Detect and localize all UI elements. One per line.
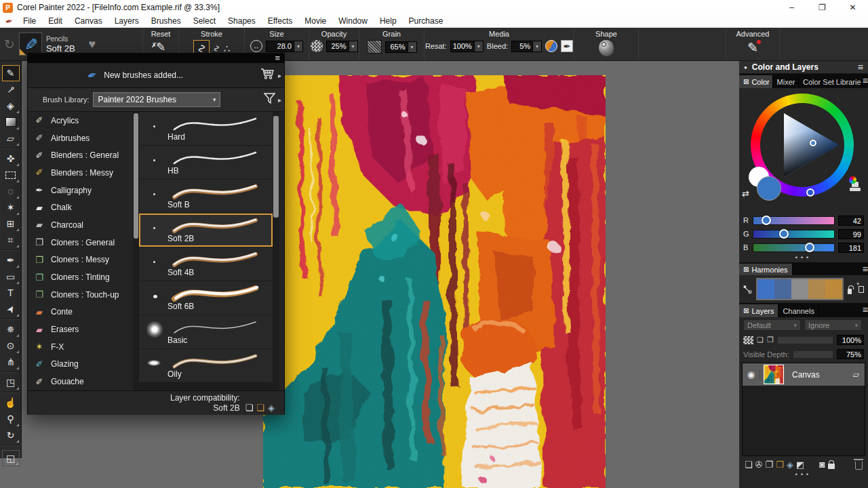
category-item-calligraphy[interactable]: ✒Calligraphy [28, 182, 133, 199]
color-blend-icon[interactable] [545, 40, 557, 52]
tab-layers-menu-icon[interactable]: ≡ [863, 304, 868, 317]
restore-default-variant-icon[interactable]: ↻ [4, 37, 15, 52]
dynamic-plugins-icon[interactable]: ✇ [755, 460, 763, 470]
layer-adjuster-tool[interactable]: ✜ [2, 150, 20, 167]
harmony-lock-icon[interactable] [848, 289, 852, 294]
category-item-charcoal[interactable]: ▰Charcoal [28, 216, 133, 234]
variant-item-soft-2b[interactable]: Soft 2B [139, 214, 273, 247]
straight-line-stroke-button[interactable]: ∿ [213, 43, 220, 54]
tab-color-menu-icon[interactable]: ≡ [863, 75, 868, 88]
preserve-transparency-icon[interactable]: ❏ [757, 336, 764, 344]
new-liquid-ink-layer-icon[interactable]: ◈ [787, 460, 793, 470]
collapse-icon[interactable]: ⊠ [743, 266, 749, 273]
layer-visibility-eye-icon[interactable]: ◉ [743, 369, 760, 380]
menu-item-window[interactable]: Window [332, 15, 374, 28]
rect-selection-tool[interactable] [2, 167, 20, 183]
bleed-input[interactable]: 5% [511, 41, 533, 52]
menu-item-brushes[interactable]: Brushes [145, 15, 187, 28]
harmonies-tab[interactable]: ⊠ Harmonies [739, 264, 793, 275]
brush-library-dropdown[interactable]: Painter 2022 Brushes ▾ [93, 92, 220, 107]
new-brushes-banner[interactable]: ✒ New brushes added... ▸ [28, 63, 284, 88]
mirror-painting-tool[interactable]: ⋔ [2, 354, 20, 370]
category-item-cloners-touch-up[interactable]: ❐Cloners : Touch-up [28, 286, 133, 304]
selection-adjuster-tool[interactable]: ⊞ [2, 216, 20, 232]
category-item-erasers[interactable]: ▰Erasers [28, 321, 133, 338]
category-item-glazing[interactable]: ✐Glazing [28, 356, 133, 373]
shape-selection-tool[interactable]: ➤ [2, 301, 20, 317]
new-layer-mask-button[interactable]: ◙ [819, 459, 825, 470]
collapse-icon[interactable]: ⊠ [743, 78, 749, 85]
pen-tool[interactable]: ✒ [2, 252, 20, 268]
composite-depth-dropdown[interactable]: Ignore ▾ [804, 319, 862, 331]
category-item-airbrushes[interactable]: ✐Airbrushes [28, 129, 133, 147]
panel-title-bar[interactable]: ● Color and Layers ≡ [739, 61, 868, 74]
variant-scrollbar[interactable] [273, 112, 279, 390]
category-scrollbar[interactable] [133, 112, 139, 390]
menu-item-canvas[interactable]: Canvas [68, 15, 108, 28]
brush-loading-icon[interactable]: ✒ [561, 40, 573, 52]
size-slider-button[interactable]: ▾ [294, 41, 303, 52]
bleed-slider-button[interactable]: ▾ [533, 41, 542, 52]
text-tool[interactable]: T [2, 285, 20, 301]
hue-marker[interactable] [806, 188, 814, 197]
variant-item-basic[interactable]: Basic [139, 315, 273, 348]
composite-method-dropdown[interactable]: Default ▾ [743, 319, 801, 331]
variant-item-hard[interactable]: Hard [139, 112, 273, 145]
grabber-hand-tool[interactable]: ☝ [2, 394, 20, 411]
layer-commands-icon[interactable]: ❏ [745, 460, 753, 470]
category-item-cloners-tinting[interactable]: ❐Cloners : Tinting [28, 268, 133, 286]
layer-row-canvas[interactable]: ◉ Canvas ▱ [743, 363, 865, 386]
new-layer-mask-icon[interactable]: ◩ [796, 460, 804, 470]
rgb-slider-g[interactable] [753, 230, 835, 239]
layer-opacity-slider[interactable] [777, 336, 833, 344]
menu-item-layers[interactable]: Layers [108, 15, 145, 28]
resat-input[interactable]: 100% [450, 41, 475, 52]
banner-expand-arrow-icon[interactable]: ▸ [278, 72, 281, 79]
sv-marker[interactable] [810, 140, 816, 146]
layers-panel-options-dots[interactable]: ••• [739, 471, 868, 479]
color-panel-options-dots[interactable]: ••• [739, 254, 868, 262]
visible-depth-slider[interactable] [793, 350, 833, 359]
tab-color-color-set-librarie[interactable]: Color Set Librarie [799, 75, 863, 88]
dodge-tool[interactable]: ⊙ [2, 338, 20, 354]
new-layer-icon[interactable]: ❐ [766, 460, 774, 470]
dab-shape-icon[interactable] [599, 40, 614, 56]
magnifier-tool[interactable]: ⚲ [2, 411, 20, 427]
filter-funnel-icon[interactable] [264, 93, 275, 106]
harmony-swatch-5[interactable] [825, 279, 842, 299]
reset-brush-button[interactable]: ✎✗ [156, 40, 165, 54]
size-input[interactable]: 28.0 [266, 41, 294, 52]
eraser-tool[interactable]: ▱ [2, 130, 20, 146]
grain-slider-button[interactable]: ▾ [408, 41, 417, 53]
harmony-link-icon[interactable] [743, 283, 752, 296]
add-harmony-icon[interactable] [859, 286, 864, 293]
menu-item-movie[interactable]: Movie [298, 15, 332, 28]
favorite-heart-icon[interactable]: ♥ [89, 37, 96, 52]
category-item-cloners-messy[interactable]: ❐Cloners : Messy [28, 251, 133, 269]
brush-store-cart-icon[interactable] [260, 68, 275, 83]
paint-bucket-tool[interactable]: ◈ [2, 98, 20, 114]
harmony-swatch-1[interactable] [757, 279, 774, 299]
gradient-tool[interactable] [2, 114, 20, 130]
tab-layers-layers[interactable]: ⊠Layers [739, 304, 778, 317]
swap-colors-icon[interactable]: ⇄ [742, 188, 749, 199]
fx-brush-tool[interactable]: ✵ [2, 321, 20, 338]
rgb-handle[interactable] [805, 243, 814, 252]
harmony-swatch-4[interactable] [808, 279, 825, 299]
lasso-tool[interactable]: ◌ [2, 183, 20, 199]
menu-item-edit[interactable]: Edit [42, 15, 68, 28]
menu-item-help[interactable]: Help [374, 15, 403, 28]
rgb-handle[interactable] [779, 229, 789, 239]
rgb-slider-r[interactable] [753, 216, 835, 225]
brush-panel-menu-icon[interactable]: ≡ [275, 55, 280, 62]
primary-color-swatch[interactable] [757, 176, 781, 201]
category-item-chalk[interactable]: ▰Chalk [28, 199, 133, 216]
rgb-value-b[interactable]: 181 [838, 243, 864, 253]
visible-depth-value[interactable]: 75% [837, 349, 864, 359]
delete-layer-button[interactable] [855, 462, 863, 470]
menu-item-purchase[interactable]: Purchase [403, 15, 450, 28]
brush-tool[interactable]: ✎ [2, 65, 20, 81]
grain-input[interactable]: 65% [385, 41, 408, 53]
paper-texture-icon[interactable] [367, 40, 382, 54]
variant-item-hb[interactable]: HB [139, 146, 273, 179]
